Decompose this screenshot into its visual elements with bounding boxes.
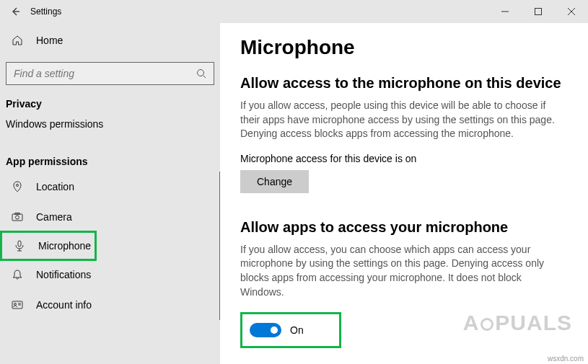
microphone-icon bbox=[14, 240, 25, 252]
home-nav-item[interactable]: Home bbox=[0, 29, 220, 52]
mic-access-status: Microphone access for this device is on bbox=[240, 153, 568, 164]
maximize-icon bbox=[535, 8, 542, 15]
sidebar-item-label: Notifications bbox=[36, 269, 91, 280]
svg-rect-2 bbox=[535, 9, 542, 15]
svg-rect-11 bbox=[18, 241, 21, 247]
sidebar-item-label: Location bbox=[36, 181, 74, 192]
watermark: APUALS bbox=[463, 311, 572, 335]
svg-point-9 bbox=[16, 216, 19, 219]
sidebar-item-label: Account info bbox=[36, 299, 92, 311]
privacy-header: Privacy bbox=[0, 85, 220, 114]
back-button[interactable] bbox=[10, 6, 20, 17]
minimize-button[interactable] bbox=[488, 0, 522, 23]
sidebar-item-label: Microphone bbox=[38, 240, 91, 252]
section-allow-apps-desc: If you allow access, you can choose whic… bbox=[240, 243, 565, 299]
windows-permissions-link[interactable]: Windows permissions bbox=[0, 114, 220, 140]
back-arrow-icon bbox=[10, 6, 20, 17]
apps-access-toggle-row: On bbox=[240, 312, 341, 348]
app-permissions-header: App permissions bbox=[0, 140, 220, 172]
sidebar-item-camera[interactable]: Camera bbox=[0, 202, 219, 232]
section-allow-device-desc: If you allow access, people using this d… bbox=[240, 99, 565, 141]
sidebar-item-location[interactable]: Location bbox=[0, 172, 219, 202]
svg-point-7 bbox=[17, 185, 19, 187]
home-label: Home bbox=[36, 35, 63, 46]
minimize-icon bbox=[501, 8, 509, 15]
close-icon bbox=[568, 8, 575, 15]
apps-access-toggle[interactable] bbox=[250, 323, 281, 337]
sidebar-item-notifications[interactable]: Notifications bbox=[0, 259, 219, 290]
credit-text: wsxdn.com bbox=[548, 355, 584, 363]
maximize-button[interactable] bbox=[522, 0, 555, 23]
notifications-icon bbox=[12, 269, 23, 280]
app-permissions-list: Location Camera Microphone Notifications bbox=[0, 172, 220, 320]
account-info-icon bbox=[12, 299, 23, 311]
home-icon bbox=[12, 35, 23, 46]
app-title: Settings bbox=[30, 6, 61, 17]
sidebar-item-account-info[interactable]: Account info bbox=[0, 290, 219, 320]
svg-point-5 bbox=[198, 70, 204, 76]
svg-rect-8 bbox=[12, 214, 22, 221]
sidebar-item-label: Camera bbox=[36, 211, 72, 223]
section-allow-apps-title: Allow apps to access your microphone bbox=[240, 219, 568, 236]
close-button[interactable] bbox=[555, 0, 588, 23]
sidebar-item-microphone[interactable]: Microphone bbox=[0, 231, 97, 261]
camera-icon bbox=[12, 211, 23, 223]
window-controls bbox=[488, 0, 588, 23]
section-allow-device-title: Allow access to the microphone on this d… bbox=[240, 75, 568, 92]
search-icon bbox=[196, 68, 206, 79]
search-input[interactable] bbox=[14, 68, 196, 79]
change-button[interactable]: Change bbox=[240, 170, 309, 193]
title-bar: Settings bbox=[0, 0, 588, 23]
page-title: Microphone bbox=[240, 36, 568, 59]
location-icon bbox=[12, 181, 23, 192]
toggle-label: On bbox=[290, 324, 304, 336]
svg-point-15 bbox=[14, 303, 17, 306]
search-box[interactable] bbox=[6, 62, 214, 85]
svg-line-6 bbox=[203, 76, 206, 79]
sidebar: Home Privacy Windows permissions App per… bbox=[0, 23, 220, 364]
content-pane: Microphone Allow access to the microphon… bbox=[220, 23, 588, 364]
